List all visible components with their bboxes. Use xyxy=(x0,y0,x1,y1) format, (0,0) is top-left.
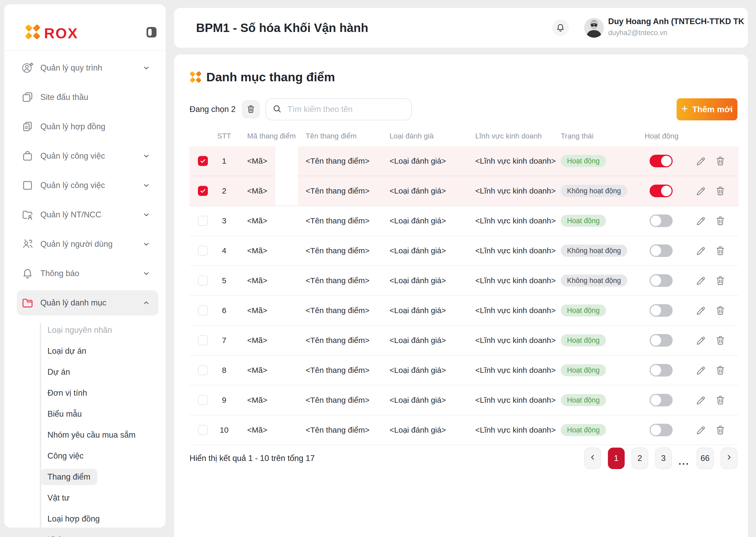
sidebar-subitem[interactable]: Lĩnh vực xyxy=(4,529,166,537)
edit-icon[interactable] xyxy=(695,365,706,376)
active-toggle[interactable] xyxy=(650,364,673,377)
sidebar-subitem[interactable]: Công việc xyxy=(4,445,166,467)
notifications-button[interactable] xyxy=(552,20,569,36)
active-toggle[interactable] xyxy=(650,424,673,436)
row-checkbox[interactable] xyxy=(198,365,208,375)
cell-linhvuc: <Lĩnh vực kinh doanh> xyxy=(475,216,561,225)
sidebar-subitem[interactable]: Loại dự án xyxy=(4,341,166,362)
edit-icon[interactable] xyxy=(695,425,706,435)
avatar[interactable] xyxy=(584,18,604,38)
page-button[interactable]: 1 xyxy=(608,448,625,469)
delete-icon[interactable] xyxy=(715,394,726,406)
cell-ten: <Tên thang điểm> xyxy=(306,156,389,165)
row-checkbox[interactable] xyxy=(198,156,208,166)
table-header-row: STT Mã thang điểm Tên thang điểm Loại đá… xyxy=(189,129,738,143)
table-row: 4 <Mã> <Tên thang điểm> <Loại đánh giá> … xyxy=(189,236,738,266)
table-row: 8 <Mã> <Tên thang điểm> <Loại đánh giá> … xyxy=(189,355,738,386)
sidebar-item[interactable]: Quản lý NT/NCC xyxy=(17,202,158,227)
delete-icon[interactable] xyxy=(715,245,726,256)
delete-icon[interactable] xyxy=(715,275,726,286)
table-row: 3 <Mã> <Tên thang điểm> <Loại đánh giá> … xyxy=(189,206,738,236)
active-toggle[interactable] xyxy=(650,274,673,287)
last-page-button[interactable]: 66 xyxy=(696,448,714,469)
column-header-ten: Tên thang điểm xyxy=(306,132,389,140)
search-input[interactable] xyxy=(288,104,405,114)
sidebar-item-label: Quản lý danh mục xyxy=(40,298,142,308)
delete-icon[interactable] xyxy=(715,186,726,196)
edit-icon[interactable] xyxy=(695,186,706,196)
delete-icon[interactable] xyxy=(715,215,726,226)
user-block[interactable]: Duy Hoang Anh (TNTECH-TTKD TKT... duyha2… xyxy=(608,17,747,37)
row-checkbox[interactable] xyxy=(198,425,208,435)
bag-icon xyxy=(21,150,34,162)
table-row: 10 <Mã> <Tên thang điểm> <Loại đánh giá>… xyxy=(189,415,738,445)
collapse-sidebar-button[interactable] xyxy=(145,25,158,39)
edit-icon[interactable] xyxy=(695,245,706,256)
row-checkbox[interactable] xyxy=(198,335,208,345)
cell-linhvuc: <Lĩnh vực kinh doanh> xyxy=(475,336,561,345)
add-new-label: Thêm mới xyxy=(692,104,733,114)
sidebar-subitem[interactable]: Dự án xyxy=(4,362,166,383)
cell-ma: <Mã> xyxy=(233,216,306,225)
sidebar-subitem[interactable]: Nhóm yêu cầu mua sắm xyxy=(4,425,166,445)
edit-icon[interactable] xyxy=(695,215,706,226)
delete-icon[interactable] xyxy=(715,335,726,346)
edit-icon[interactable] xyxy=(695,155,706,167)
status-badge: Hoạt động xyxy=(561,155,606,167)
row-checkbox[interactable] xyxy=(198,395,208,405)
sidebar-item[interactable]: Quản lý người dùng xyxy=(17,231,158,257)
sidebar-subitem[interactable]: Đơn vị tính xyxy=(4,383,166,403)
cell-ma: <Mã> xyxy=(233,336,306,345)
page-button[interactable]: 2 xyxy=(631,448,648,469)
active-toggle[interactable] xyxy=(650,155,673,167)
row-checkbox[interactable] xyxy=(198,306,208,315)
status-badge: Hoạt động xyxy=(561,215,606,227)
active-toggle[interactable] xyxy=(650,244,673,257)
sidebar-subitem[interactable]: Biểu mẫu xyxy=(4,403,166,425)
sidebar-item[interactable]: Thông báo xyxy=(17,261,158,286)
edit-icon[interactable] xyxy=(695,305,706,316)
status-badge: Không hoạt động xyxy=(561,274,627,287)
sidebar-subitem[interactable]: Thang điểm xyxy=(4,467,166,487)
active-toggle[interactable] xyxy=(650,394,673,406)
prev-page-button[interactable] xyxy=(584,448,601,469)
cell-stt: 5 xyxy=(215,276,233,285)
bulk-delete-button[interactable] xyxy=(242,101,260,118)
sidebar-subitem-label: Thang điểm xyxy=(41,469,97,485)
cell-linhvuc: <Lĩnh vực kinh doanh> xyxy=(475,156,561,165)
sidebar-item[interactable]: Quản lý quy trình xyxy=(17,55,158,80)
page-button[interactable]: 3 xyxy=(655,448,672,469)
delete-icon[interactable] xyxy=(715,155,726,167)
sidebar-item[interactable]: Site đấu thầu xyxy=(17,85,158,110)
row-checkbox[interactable] xyxy=(198,246,208,256)
sidebar-subitem[interactable]: Vật tư xyxy=(4,487,166,509)
delete-icon[interactable] xyxy=(715,365,726,376)
active-toggle[interactable] xyxy=(650,304,673,317)
add-new-button[interactable]: + Thêm mới xyxy=(677,98,737,120)
cell-ten: <Tên thang điểm> xyxy=(306,336,389,345)
active-toggle[interactable] xyxy=(650,215,673,227)
cell-stt: 8 xyxy=(215,366,233,375)
sidebar-subitem[interactable]: Loại hợp đồng xyxy=(4,509,166,529)
row-checkbox[interactable] xyxy=(198,186,208,196)
status-badge: Hoạt động xyxy=(561,334,606,347)
active-toggle[interactable] xyxy=(650,334,673,347)
sidebar-subitem[interactable]: Loại nguyên nhân xyxy=(4,320,166,341)
row-checkbox[interactable] xyxy=(198,216,208,226)
sidebar-item[interactable]: Quản lý danh mục xyxy=(17,290,158,315)
delete-icon[interactable] xyxy=(715,305,726,316)
edit-icon[interactable] xyxy=(695,275,706,286)
active-toggle[interactable] xyxy=(650,185,673,197)
edit-icon[interactable] xyxy=(695,394,706,406)
cell-loai: <Loại đánh giá> xyxy=(389,426,475,434)
cell-ten: <Tên thang điểm> xyxy=(306,246,389,255)
delete-icon[interactable] xyxy=(715,425,726,435)
rox-x-mark-icon xyxy=(25,24,40,40)
cell-ma: <Mã> xyxy=(233,306,306,315)
sidebar-item[interactable]: Quản lý công việc xyxy=(17,173,158,198)
next-page-button[interactable] xyxy=(721,448,737,469)
sidebar-item[interactable]: Quản lý công việc xyxy=(17,144,158,169)
edit-icon[interactable] xyxy=(695,335,706,346)
sidebar-item[interactable]: Quản lý hợp đồng xyxy=(17,114,158,139)
row-checkbox[interactable] xyxy=(198,275,208,286)
